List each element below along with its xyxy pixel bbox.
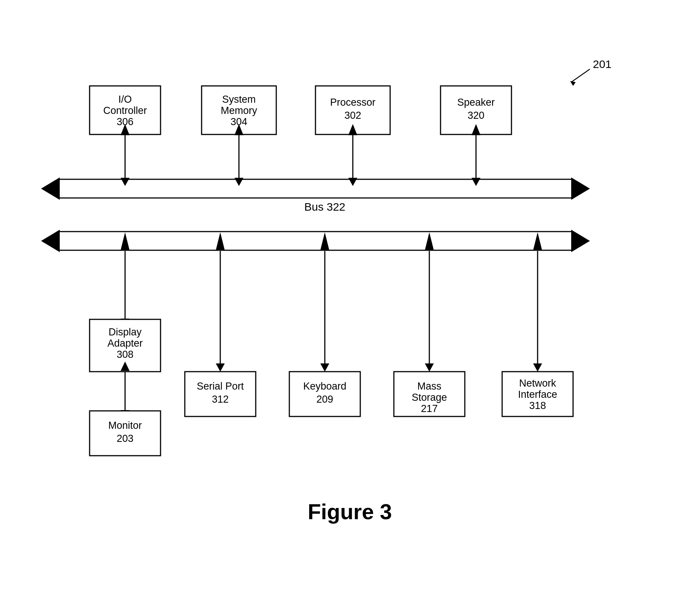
svg-marker-26 — [425, 232, 434, 250]
bus-label: Bus 322 — [304, 201, 345, 213]
mass-storage-label: Mass — [417, 381, 442, 392]
speaker-label: Speaker — [457, 97, 495, 108]
svg-marker-24 — [320, 232, 329, 250]
figure-caption: Figure 3 — [308, 499, 392, 524]
svg-marker-17 — [348, 178, 357, 186]
svg-text:217: 217 — [421, 403, 438, 414]
svg-text:Memory: Memory — [221, 105, 257, 116]
svg-line-0 — [571, 69, 590, 82]
svg-marker-20 — [121, 232, 130, 250]
svg-text:318: 318 — [529, 400, 546, 411]
svg-marker-29 — [533, 363, 542, 372]
svg-marker-23 — [216, 363, 225, 372]
svg-text:209: 209 — [316, 394, 333, 405]
processor-label: Processor — [330, 97, 376, 108]
svg-text:Storage: Storage — [412, 392, 447, 403]
svg-marker-25 — [320, 363, 329, 372]
svg-text:302: 302 — [344, 110, 361, 121]
svg-marker-22 — [216, 232, 225, 250]
bus2-left-arrow — [41, 230, 60, 252]
svg-text:320: 320 — [467, 110, 484, 121]
svg-text:203: 203 — [116, 433, 133, 444]
ref-number: 201 — [593, 58, 612, 70]
system-memory-label: System — [222, 94, 256, 105]
keyboard-label: Keyboard — [303, 381, 346, 392]
svg-text:308: 308 — [116, 349, 133, 360]
monitor-label: Monitor — [108, 420, 142, 431]
svg-text:Interface: Interface — [518, 389, 557, 400]
svg-marker-15 — [234, 178, 243, 186]
svg-marker-13 — [121, 178, 130, 186]
bus1-left-arrow — [41, 177, 60, 200]
svg-text:312: 312 — [212, 394, 228, 405]
diagram-svg: 201 I/O Controller 306 System Memory 304… — [0, 0, 700, 598]
svg-marker-19 — [472, 178, 480, 186]
svg-text:Controller: Controller — [103, 105, 147, 116]
io-controller-label: I/O — [118, 94, 132, 105]
svg-marker-28 — [533, 232, 542, 250]
bus1-right-arrow — [571, 177, 590, 200]
svg-text:Adapter: Adapter — [108, 338, 143, 349]
display-adapter-label: Display — [109, 326, 142, 338]
svg-marker-1 — [570, 81, 576, 86]
serial-port-label: Serial Port — [197, 381, 244, 392]
svg-marker-27 — [425, 363, 434, 372]
network-interface-label: Network — [519, 378, 556, 389]
bus2-right-arrow — [571, 230, 590, 252]
